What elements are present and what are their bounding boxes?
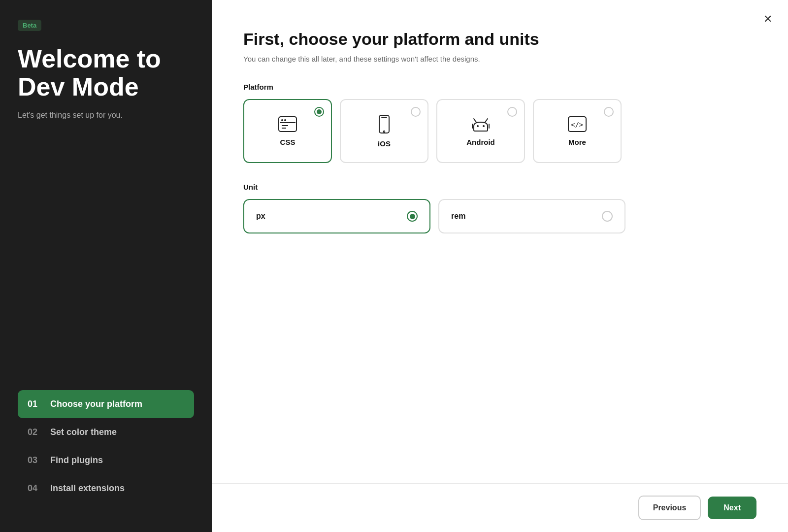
platform-grid: CSS iOS [243,99,756,163]
css-radio-inner [317,109,322,114]
step-number-3: 03 [28,455,41,466]
more-radio [604,107,614,117]
step-item-1[interactable]: 01 Choose your platform [18,390,194,418]
next-button[interactable]: Next [708,497,756,519]
content-area: First, choose your platform and units Yo… [212,0,788,483]
step-number-1: 01 [28,399,41,409]
step-label-1: Choose your platform [50,399,142,409]
px-radio-inner [410,214,415,219]
platform-section-label: Platform [243,83,756,91]
px-radio [407,211,418,222]
welcome-subtitle: Let's get things set up for you. [18,111,194,120]
svg-point-8 [384,131,385,132]
step-number-4: 04 [28,483,41,494]
steps-list: 01 Choose your platform 02 Set color the… [18,390,194,512]
platform-card-css[interactable]: CSS [243,99,332,163]
platform-card-android[interactable]: Android [436,99,525,163]
previous-button[interactable]: Previous [638,496,701,520]
unit-grid: px rem [243,199,756,233]
right-panel: ✕ First, choose your platform and units … [212,0,788,532]
ios-label: iOS [378,139,391,148]
rem-radio [602,211,613,222]
ios-icon [379,115,390,133]
page-title: First, choose your platform and units [243,30,756,49]
svg-line-10 [485,119,488,122]
step-item-3[interactable]: 03 Find plugins [18,446,194,474]
step-label-4: Install extensions [50,483,125,494]
unit-card-px[interactable]: px [243,199,430,233]
platform-card-more[interactable]: </> More [533,99,622,163]
svg-text:</>: </> [571,121,583,129]
android-icon [471,116,490,132]
step-item-2[interactable]: 02 Set color theme [18,418,194,446]
footer: Previous Next [212,483,788,532]
unit-section-label: Unit [243,183,756,191]
more-label: More [568,138,586,146]
unit-card-rem[interactable]: rem [438,199,625,233]
step-item-4[interactable]: 04 Install extensions [18,474,194,502]
close-button[interactable]: ✕ [761,12,774,27]
more-icon: </> [568,116,587,132]
step-number-2: 02 [28,427,41,437]
unit-label-rem: rem [451,212,465,221]
svg-rect-0 [279,117,296,132]
svg-point-12 [483,125,485,127]
css-label: CSS [280,138,296,146]
step-label-2: Set color theme [50,427,117,437]
android-radio [507,107,517,117]
platform-card-ios[interactable]: iOS [340,99,428,163]
android-label: Android [466,138,495,146]
svg-point-2 [284,119,286,121]
beta-badge: Beta [18,20,41,31]
svg-point-11 [477,125,479,127]
svg-point-1 [281,119,283,121]
css-icon [278,116,297,132]
svg-rect-6 [379,115,389,133]
left-panel: Beta Welcome to Dev Mode Let's get thing… [0,0,212,532]
svg-line-9 [474,119,476,122]
page-subtitle: You can change this all later, and these… [243,55,756,63]
unit-label-px: px [256,212,265,221]
ios-radio [411,107,421,117]
welcome-title: Welcome to Dev Mode [18,45,194,101]
step-label-3: Find plugins [50,455,103,466]
css-radio [314,107,324,117]
